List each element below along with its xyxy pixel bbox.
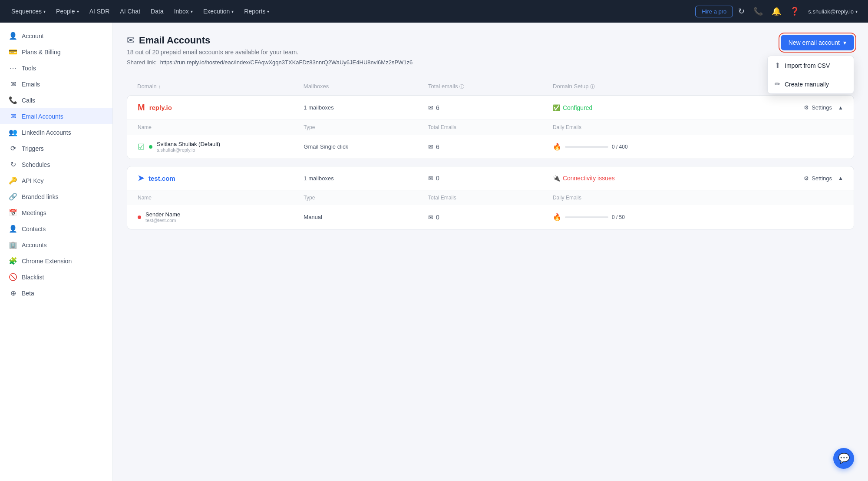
daily-emails-progress-sender: 🔥 0 / 50 [553,213,719,221]
sidebar-item-contacts[interactable]: 👤 Contacts [0,221,112,237]
bell-icon[interactable]: 🔔 [768,4,785,19]
chrome-icon: 🧩 [9,257,17,265]
nav-reports[interactable]: Reports ▾ [240,5,274,17]
import-from-csv-option[interactable]: ⬆ Import from CSV [768,56,854,75]
sidebar-item-meetings[interactable]: 📅 Meetings [0,205,112,221]
user-menu[interactable]: s.shuliak@reply.io ▾ [805,6,861,17]
sidebar-item-plans-billing[interactable]: 💳 Plans & Billing [0,44,112,60]
sidebar-item-accounts[interactable]: 🏢 Accounts [0,237,112,253]
page-subtitle: 18 out of 20 prepaid email accounts are … [127,49,413,56]
col-mailboxes: Mailboxes [304,83,428,90]
mailboxes-count-testcom: 1 mailboxes [304,175,428,182]
domain-card-testcom: ➤ test.com 1 mailboxes ✉ 0 🔌 Connectivit… [127,166,854,229]
sidebar: 👤 Account 💳 Plans & Billing ⋯ Tools ✉ Em… [0,23,113,481]
sidebar-item-linkedin-accounts[interactable]: 👥 LinkedIn Accounts [0,124,112,140]
shared-link-row: Shared link: https://run.reply.io/hosted… [127,59,413,66]
blacklist-icon: 🚫 [9,273,17,281]
account-name-cell: ☑ Svitlana Shuliak (Default) s.shuliak@r… [138,141,304,153]
triggers-icon: ⟳ [9,144,17,153]
beta-icon: ⊕ [9,289,17,297]
contacts-icon: 👤 [9,225,17,233]
accounts-icon: 🏢 [9,241,17,249]
chevron-down-icon: ▾ [267,9,269,14]
chevron-down-icon: ▾ [231,9,234,14]
billing-icon: 💳 [9,48,17,56]
new-email-dropdown: ⬆ Import from CSV ✏ Create manually [767,56,854,94]
settings-button-testcom[interactable]: ⚙ Settings ▲ [719,175,843,182]
sub-header-replyio: Name Type Total Emails Daily Emails [127,120,854,135]
sidebar-item-emails[interactable]: ✉ Emails [0,76,112,92]
sidebar-item-email-accounts[interactable]: ✉ Email Accounts [0,108,112,124]
sidebar-item-api-key[interactable]: 🔑 API Key [0,172,112,189]
status-dot-error [138,216,141,219]
col-domain-setup: Domain Setup ⓘ [553,83,719,90]
nav-ai-sdr[interactable]: AI SDR [85,5,114,17]
chevron-down-icon: ▾ [855,9,858,14]
tools-icon: ⋯ [9,64,17,72]
nav-inbox[interactable]: Inbox ▾ [170,5,197,17]
schedules-icon: ↻ [9,160,17,169]
sidebar-item-tools[interactable]: ⋯ Tools [0,60,112,76]
chevron-up-icon: ▲ [838,175,843,181]
domain-row-replyio: M reply.io 1 mailboxes ✉ 6 ✅ Configured … [127,96,854,120]
edit-icon: ✏ [775,80,780,88]
account-total-emails-sender: ✉ 0 [428,214,553,221]
chevron-down-icon: ▾ [843,39,846,46]
chat-support-button[interactable]: 💬 [833,448,854,469]
nav-data[interactable]: Data [146,5,168,17]
chevron-down-icon: ▾ [77,9,79,14]
page-header: ✉ Email Accounts 18 out of 20 prepaid em… [127,35,854,76]
total-emails-replyio: ✉ 6 [428,104,553,111]
send-icon: ➤ [138,173,144,183]
sidebar-item-blacklist[interactable]: 🚫 Blacklist [0,269,112,285]
chevron-down-icon: ▾ [191,9,193,14]
email-accounts-icon: ✉ [9,112,17,120]
domain-card-replyio: M reply.io 1 mailboxes ✉ 6 ✅ Configured … [127,95,854,159]
meetings-icon: 📅 [9,209,17,217]
envelope-icon: ✉ [428,104,433,111]
progress-bar-background [565,216,608,218]
sidebar-item-branded-links[interactable]: 🔗 Branded links [0,189,112,205]
hire-pro-button[interactable]: Hire a pro [695,6,733,17]
domain-name-testcom: ➤ test.com [138,173,304,183]
domain-name-replyio: M reply.io [138,103,304,113]
account-total-emails: ✉ 6 [428,143,553,150]
sidebar-item-triggers[interactable]: ⟳ Triggers [0,140,112,156]
nav-ai-chat[interactable]: AI Chat [116,5,145,17]
flame-icon: 🔥 [553,143,561,151]
account-row-sender: Sender Name test@test.com Manual ✉ 0 🔥 0… [127,205,854,229]
sidebar-item-chrome-extension[interactable]: 🧩 Chrome Extension [0,253,112,269]
linkedin-icon: 👥 [9,128,17,136]
col-total-emails: Total emails ⓘ [428,83,553,90]
email-accounts-page-icon: ✉ [127,35,135,46]
account-name-cell-sender: Sender Name test@test.com [138,211,304,223]
gmail-icon: M [138,103,145,113]
refresh-icon[interactable]: ↻ [735,4,748,19]
table-column-headers: Domain ↑ Mailboxes Total emails ⓘ Domain… [127,80,854,93]
flame-icon: 🔥 [553,213,561,221]
nav-people[interactable]: People ▾ [52,5,83,17]
upload-icon: ⬆ [775,61,780,70]
sidebar-item-calls[interactable]: 📞 Calls [0,92,112,108]
user-icon: 👤 [9,32,17,40]
help-icon[interactable]: ❓ [786,4,803,19]
phone-icon[interactable]: 📞 [750,4,766,19]
sidebar-item-account[interactable]: 👤 Account [0,28,112,44]
sidebar-item-schedules[interactable]: ↻ Schedules [0,156,112,172]
shared-link-url[interactable]: https://run.reply.io/hosted/eac/index/CF… [160,59,413,66]
col-domain: Domain ↑ [137,83,304,90]
create-manually-option[interactable]: ✏ Create manually [768,75,854,93]
nav-sequences[interactable]: Sequences ▾ [7,5,50,17]
envelope-icon: ✉ [428,175,433,182]
page-title: Email Accounts [139,35,210,46]
check-icon: ☑ [138,142,145,152]
daily-emails-progress: 🔥 0 / 400 [553,143,719,151]
nav-execution[interactable]: Execution ▾ [199,5,238,17]
sidebar-item-beta[interactable]: ⊕ Beta [0,285,112,301]
new-email-account-button[interactable]: New email account ▾ [781,35,854,50]
check-circle-icon: ✅ [553,104,560,111]
settings-button-replyio[interactable]: ⚙ Settings ▲ [719,104,843,111]
email-icon: ✉ [9,80,17,88]
header-right: New email account ▾ ⬆ Import from CSV ✏ … [781,35,854,50]
domain-row-testcom: ➤ test.com 1 mailboxes ✉ 0 🔌 Connectivit… [127,166,854,190]
